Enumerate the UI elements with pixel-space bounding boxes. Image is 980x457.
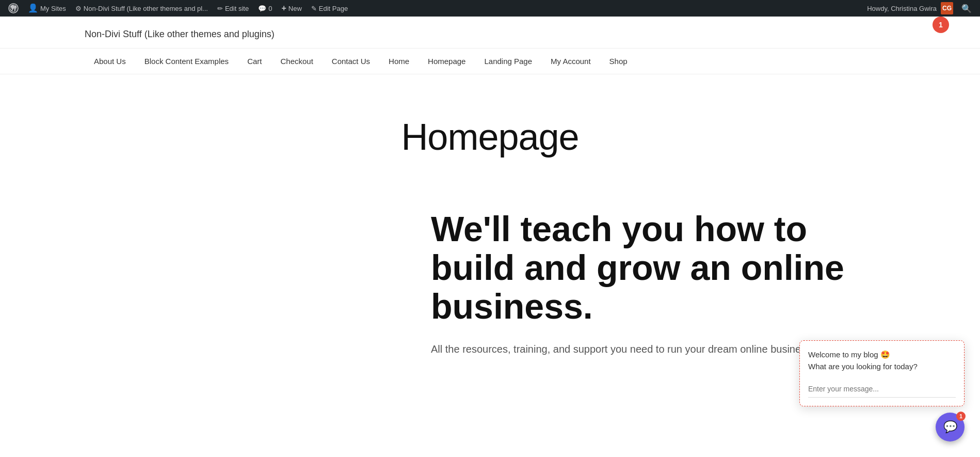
nav-item-cart: Cart <box>238 49 271 74</box>
nav-link-about[interactable]: About Us <box>85 49 135 74</box>
wp-logo[interactable] <box>4 3 23 13</box>
new-label: New <box>288 5 302 12</box>
site-main: Homepage We'll teach you how to build an… <box>0 74 980 357</box>
nav-item-block-content: Block Content Examples <box>135 49 238 74</box>
nav-link-homepage[interactable]: Homepage <box>419 49 475 74</box>
admin-bar: 👤 My Sites ⚙ Non-Divi Stuff (Like other … <box>0 0 980 17</box>
comments-icon: 💬 <box>258 5 266 12</box>
nav-link-shop[interactable]: Shop <box>600 49 637 74</box>
nav-item-account: My Account <box>541 49 600 74</box>
nav-link-block-content[interactable]: Block Content Examples <box>135 49 238 74</box>
site-title-bar[interactable]: ⚙ Non-Divi Stuff (Like other themes and … <box>71 0 212 17</box>
search-icon[interactable]: 🔍 <box>957 4 976 13</box>
nav-item-about: About Us <box>85 49 135 74</box>
new-icon: + <box>281 4 286 13</box>
my-sites-label: My Sites <box>40 5 66 12</box>
page-title-section: Homepage <box>85 74 895 189</box>
nav-item-homepage: Homepage <box>419 49 475 74</box>
my-sites-icon: 👤 <box>28 4 38 12</box>
edit-page-button[interactable]: ✎ Edit Page <box>307 0 352 17</box>
edit-site-icon: ✏ <box>217 5 223 12</box>
admin-bar-left: 👤 My Sites ⚙ Non-Divi Stuff (Like other … <box>4 0 867 17</box>
comments-button[interactable]: 💬 0 <box>254 0 276 17</box>
notification-count: 1 <box>939 21 943 29</box>
nav-item-checkout: Checkout <box>271 49 322 74</box>
edit-site-button[interactable]: ✏ Edit site <box>213 0 253 17</box>
chat-popup: Welcome to my blog 🤩What are you looking… <box>799 340 965 357</box>
user-avatar[interactable]: CG <box>941 2 953 14</box>
site-title-link[interactable]: Non-Divi Stuff (Like other themes and pl… <box>85 29 275 39</box>
nav-link-landing[interactable]: Landing Page <box>475 49 541 74</box>
chat-welcome-message: Welcome to my blog 🤩What are you looking… <box>808 349 956 357</box>
nav-link-checkout[interactable]: Checkout <box>271 49 322 74</box>
nav-item-contact: Contact Us <box>323 49 379 74</box>
nav-link-account[interactable]: My Account <box>541 49 600 74</box>
notification-circle[interactable]: 1 <box>933 17 949 33</box>
nav-item-home: Home <box>379 49 419 74</box>
edit-page-icon: ✎ <box>311 5 317 12</box>
new-button[interactable]: + New <box>277 0 306 17</box>
page-title: Homepage <box>85 116 895 158</box>
nav-link-cart[interactable]: Cart <box>238 49 271 74</box>
edit-page-label: Edit Page <box>319 5 348 12</box>
site-title-bar-label: Non-Divi Stuff (Like other themes and pl… <box>84 5 208 12</box>
nav-item-shop: Shop <box>600 49 637 74</box>
admin-bar-right: Howdy, Christina Gwira CG 🔍 <box>867 2 976 14</box>
comments-count: 0 <box>268 5 272 12</box>
nav-menu: About Us Block Content Examples Cart Che… <box>85 49 895 74</box>
site-branding: Non-Divi Stuff (Like other themes and pl… <box>0 17 980 48</box>
site-navigation: About Us Block Content Examples Cart Che… <box>0 48 980 74</box>
nav-item-landing: Landing Page <box>475 49 541 74</box>
hero-section: We'll teach you how to build and grow an… <box>431 189 895 357</box>
nav-link-home[interactable]: Home <box>379 49 419 74</box>
my-sites-menu[interactable]: 👤 My Sites <box>24 0 70 17</box>
edit-site-label: Edit site <box>225 5 249 12</box>
site-title-bar-icon: ⚙ <box>75 5 82 12</box>
hero-headline: We'll teach you how to build and grow an… <box>431 210 895 325</box>
howdy-text: Howdy, Christina Gwira <box>867 5 937 12</box>
nav-link-contact[interactable]: Contact Us <box>323 49 379 74</box>
